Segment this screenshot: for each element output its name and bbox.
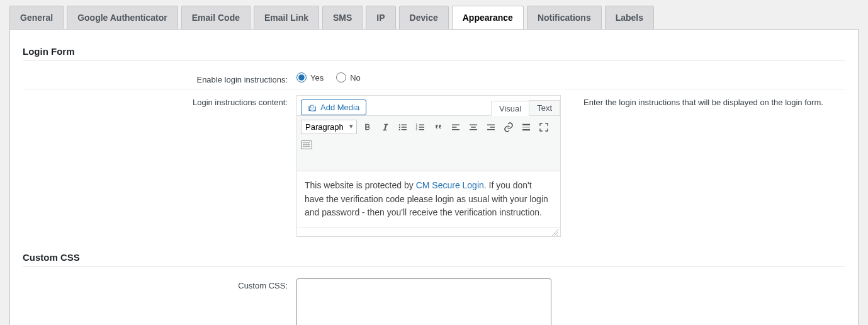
content-prefix: This website is protected by [305, 180, 416, 190]
radio-no-label: No [350, 73, 361, 83]
row-instructions-content: Login instructions content: Add Media Vi… [23, 90, 845, 242]
label-enable-instructions: Enable login instructions: [23, 72, 296, 84]
tab-sms[interactable]: SMS [322, 6, 363, 29]
svg-rect-20 [487, 129, 495, 130]
instructions-help: Enter the login instructions that will b… [583, 95, 823, 107]
svg-rect-10 [419, 127, 424, 128]
settings-panel: Login Form Enable login instructions: Ye… [9, 29, 859, 325]
svg-rect-18 [487, 124, 495, 125]
number-list-button[interactable]: 123 [414, 120, 427, 134]
svg-rect-16 [471, 127, 476, 128]
tab-email-link[interactable]: Email Link [254, 6, 319, 29]
block-format-select[interactable]: Paragraph [301, 120, 357, 134]
svg-rect-9 [419, 124, 424, 125]
media-icon [308, 103, 317, 112]
tab-ip[interactable]: IP [366, 6, 395, 29]
keyboard-icon [301, 140, 312, 149]
svg-rect-12 [452, 124, 459, 125]
editor-toolbar: Paragraph 123 [297, 115, 560, 171]
content-link[interactable]: CM Secure Login [416, 180, 484, 190]
svg-point-1 [399, 126, 400, 127]
svg-rect-14 [452, 129, 459, 130]
svg-text:3: 3 [416, 128, 418, 131]
tab-notifications[interactable]: Notifications [527, 6, 602, 29]
rich-editor: Add Media Visual Text Paragraph [296, 95, 561, 237]
section-login-form: Login Form [23, 46, 845, 61]
bold-button[interactable] [361, 120, 375, 134]
custom-css-textarea[interactable] [296, 278, 551, 325]
tab-labels[interactable]: Labels [605, 6, 654, 29]
label-instructions-content: Login instructions content: [23, 95, 296, 107]
svg-rect-23 [522, 129, 530, 130]
svg-rect-13 [452, 127, 457, 128]
fullscreen-button[interactable] [537, 120, 551, 134]
add-media-button[interactable]: Add Media [301, 100, 366, 115]
radio-yes-input[interactable] [296, 72, 307, 83]
editor-statusbar [297, 227, 560, 236]
svg-point-0 [399, 124, 400, 125]
toolbar-toggle-button[interactable] [301, 138, 312, 152]
settings-tabs: GeneralGoogle AuthenticatorEmail CodeEma… [9, 6, 859, 29]
tab-google-authenticator[interactable]: Google Authenticator [67, 6, 178, 29]
tab-appearance[interactable]: Appearance [452, 6, 524, 29]
editor-content[interactable]: This website is protected by CM Secure L… [297, 171, 560, 227]
radio-no-input[interactable] [336, 72, 346, 83]
editor-tab-visual[interactable]: Visual [491, 101, 529, 116]
link-button[interactable] [502, 120, 516, 134]
svg-rect-3 [402, 124, 407, 125]
blockquote-button[interactable] [431, 120, 445, 134]
label-custom-css: Custom CSS: [23, 278, 296, 290]
bullet-list-button[interactable] [396, 120, 410, 134]
radio-no[interactable]: No [336, 72, 361, 83]
svg-rect-15 [470, 124, 477, 125]
svg-rect-19 [490, 127, 495, 128]
italic-button[interactable] [378, 120, 392, 134]
tab-device[interactable]: Device [399, 6, 449, 29]
svg-rect-5 [402, 129, 407, 130]
align-left-button[interactable] [449, 120, 463, 134]
section-custom-css: Custom CSS [23, 252, 845, 267]
svg-rect-4 [402, 127, 407, 128]
svg-rect-22 [522, 127, 530, 128]
row-enable-instructions: Enable login instructions: Yes No [23, 67, 845, 90]
svg-rect-11 [419, 129, 424, 130]
tab-general[interactable]: General [9, 6, 64, 29]
align-right-button[interactable] [484, 120, 498, 134]
add-media-label: Add Media [320, 103, 359, 112]
svg-rect-21 [522, 123, 530, 125]
svg-rect-17 [470, 129, 477, 130]
tab-email-code[interactable]: Email Code [181, 6, 251, 29]
svg-point-2 [399, 128, 400, 130]
read-more-button[interactable] [519, 120, 533, 134]
radio-yes[interactable]: Yes [296, 72, 324, 83]
align-center-button[interactable] [466, 120, 480, 134]
radio-yes-label: Yes [310, 73, 324, 83]
resize-grip-icon[interactable] [552, 229, 558, 236]
editor-tab-text[interactable]: Text [529, 100, 560, 115]
row-custom-css: Custom CSS: [23, 273, 845, 325]
